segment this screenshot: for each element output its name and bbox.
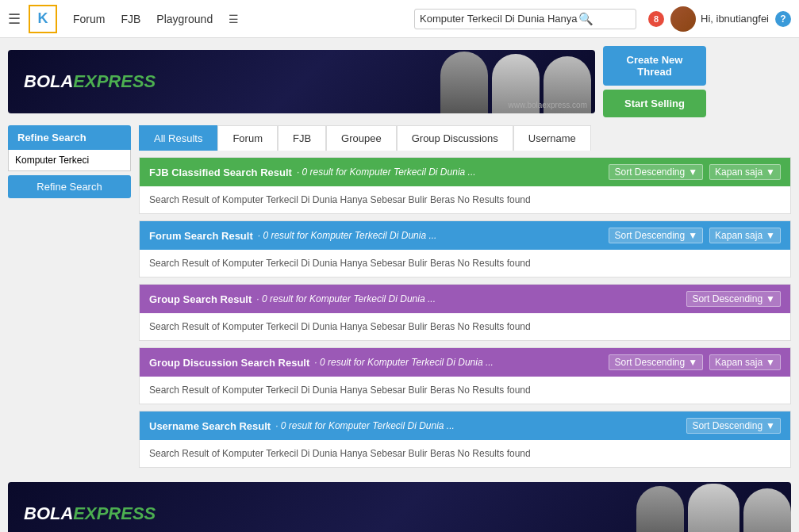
group-discussion-sort-dropdown[interactable]: Sort Descending ▼ bbox=[609, 354, 703, 370]
search-menu-icon[interactable]: ☰ bbox=[229, 13, 239, 25]
banner-image: BOLAEXPRESS www.bolaexpress.com bbox=[8, 50, 595, 113]
nav-playground-link[interactable]: Playground bbox=[156, 13, 213, 25]
forum-result-title: Forum Search Result bbox=[149, 230, 253, 242]
refine-sidebar: Refine Search Refine Search bbox=[8, 125, 131, 474]
forum-sort-dropdown[interactable]: Sort Descending ▼ bbox=[609, 228, 703, 243]
group-sort-dropdown[interactable]: Sort Descending ▼ bbox=[686, 291, 781, 307]
fjb-result-body: Search Result of Komputer Terkecil Di Du… bbox=[140, 186, 790, 213]
forum-result-sub: · 0 result for Komputer Terkecil Di Duni… bbox=[258, 230, 437, 241]
group-result-section: Group Search Result · 0 result for Kompu… bbox=[139, 284, 791, 341]
search-input[interactable] bbox=[420, 13, 578, 25]
help-button[interactable]: ? bbox=[775, 11, 791, 27]
group-result-body: Search Result of Komputer Terkecil Di Du… bbox=[140, 313, 790, 340]
username-sort-dropdown[interactable]: Sort Descending ▼ bbox=[686, 418, 781, 434]
forum-result-section: Forum Search Result · 0 result for Kompu… bbox=[139, 220, 791, 277]
sidebar-search-input[interactable] bbox=[8, 150, 131, 171]
banner-url: www.bolaexpress.com bbox=[509, 101, 587, 109]
banner-buttons: Create New Thread Start Selling bbox=[603, 46, 706, 117]
group-discussion-result-sub: · 0 result for Komputer Terkecil Di Duni… bbox=[314, 357, 494, 368]
nav-forum-link[interactable]: Forum bbox=[73, 13, 105, 25]
bottom-banner-logo: BOLAEXPRESS bbox=[24, 503, 156, 524]
search-button[interactable]: 🔍 bbox=[578, 12, 593, 26]
notification-badge[interactable]: 8 bbox=[648, 11, 664, 27]
hamburger-icon[interactable]: ☰ bbox=[8, 10, 21, 28]
greeting-text: Hi, ibnutiangfei bbox=[701, 13, 769, 25]
username-result-section: Username Search Result · 0 result for Ko… bbox=[139, 411, 791, 468]
group-discussion-kapan-dropdown[interactable]: Kapan saja ▼ bbox=[709, 354, 781, 370]
group-discussion-result-body: Search Result of Komputer Terkecil Di Du… bbox=[140, 377, 790, 404]
search-tabs: All Results Forum FJB Groupee Group Disc… bbox=[139, 125, 791, 151]
bottom-bola-text: BOLA bbox=[24, 503, 73, 523]
top-navigation: ☰ K Forum FJB Playground ☰ 🔍 8 Hi, ibnut… bbox=[0, 0, 799, 38]
fjb-sort-dropdown[interactable]: Sort Descending ▼ bbox=[609, 164, 703, 180]
fjb-result-title: FJB Classified Search Result bbox=[149, 166, 292, 178]
nav-right-area: 8 Hi, ibnutiangfei ? bbox=[648, 6, 791, 32]
bottom-banner: BOLAEXPRESS www.bolaexpress.com bbox=[8, 482, 791, 532]
bottom-express-text: EXPRESS bbox=[73, 503, 156, 523]
bottom-players bbox=[636, 484, 791, 532]
nav-fjb-link[interactable]: FJB bbox=[121, 13, 140, 25]
forum-result-header: Forum Search Result · 0 result for Kompu… bbox=[140, 221, 790, 250]
forum-result-controls: Sort Descending ▼ Kapan saja ▼ bbox=[609, 228, 781, 243]
fjb-result-section: FJB Classified Search Result · 0 result … bbox=[139, 157, 791, 214]
create-thread-button[interactable]: Create New Thread bbox=[603, 46, 706, 86]
banner-logo: BOLAEXPRESS bbox=[24, 71, 156, 92]
logo-letter: K bbox=[38, 10, 48, 27]
fjb-result-header: FJB Classified Search Result · 0 result … bbox=[140, 158, 790, 186]
search-layout: Refine Search Refine Search All Results … bbox=[0, 125, 799, 474]
sidebar-header: Refine Search bbox=[8, 125, 131, 150]
banner-area: BOLAEXPRESS www.bolaexpress.com Create N… bbox=[0, 38, 799, 125]
group-result-controls: Sort Descending ▼ bbox=[686, 291, 781, 307]
group-discussion-result-title: Group Discussion Search Result bbox=[149, 357, 309, 369]
group-discussion-result-controls: Sort Descending ▼ Kapan saja ▼ bbox=[609, 354, 781, 370]
username-result-title: Username Search Result bbox=[149, 420, 271, 432]
group-result-sub: · 0 result for Komputer Terkecil Di Duni… bbox=[256, 293, 436, 304]
avatar[interactable] bbox=[670, 6, 696, 32]
username-result-body: Search Result of Komputer Terkecil Di Du… bbox=[140, 440, 790, 467]
group-discussion-result-header: Group Discussion Search Result · 0 resul… bbox=[140, 348, 790, 377]
tab-fjb[interactable]: FJB bbox=[278, 125, 326, 151]
tab-group-discussions[interactable]: Group Discussions bbox=[397, 125, 513, 151]
forum-kapan-dropdown[interactable]: Kapan saja ▼ bbox=[709, 228, 781, 243]
group-result-title: Group Search Result bbox=[149, 293, 252, 305]
tab-groupee[interactable]: Groupee bbox=[326, 125, 397, 151]
group-result-header: Group Search Result · 0 result for Kompu… bbox=[140, 285, 790, 313]
username-result-sub: · 0 result for Komputer Terkecil Di Duni… bbox=[275, 420, 455, 431]
username-result-controls: Sort Descending ▼ bbox=[686, 418, 781, 434]
banner-express-text: EXPRESS bbox=[73, 71, 156, 91]
main-content: All Results Forum FJB Groupee Group Disc… bbox=[139, 125, 791, 474]
search-bar: 🔍 bbox=[414, 9, 636, 29]
forum-result-body: Search Result of Komputer Terkecil Di Du… bbox=[140, 250, 790, 277]
tab-forum[interactable]: Forum bbox=[217, 125, 278, 151]
banner-bola-text: BOLA bbox=[24, 71, 73, 91]
start-selling-button[interactable]: Start Selling bbox=[603, 90, 706, 117]
tab-all-results[interactable]: All Results bbox=[139, 125, 217, 151]
group-discussion-result-section: Group Discussion Search Result · 0 resul… bbox=[139, 347, 791, 404]
sidebar-refine-button[interactable]: Refine Search bbox=[8, 175, 131, 198]
fjb-result-controls: Sort Descending ▼ Kapan saja ▼ bbox=[609, 164, 781, 180]
fjb-kapan-dropdown[interactable]: Kapan saja ▼ bbox=[709, 164, 781, 180]
site-logo[interactable]: K bbox=[29, 5, 57, 33]
fjb-result-sub: · 0 result for Komputer Terkecil Di Duni… bbox=[297, 166, 476, 178]
username-result-header: Username Search Result · 0 result for Ko… bbox=[140, 411, 790, 440]
tab-username[interactable]: Username bbox=[513, 125, 591, 151]
